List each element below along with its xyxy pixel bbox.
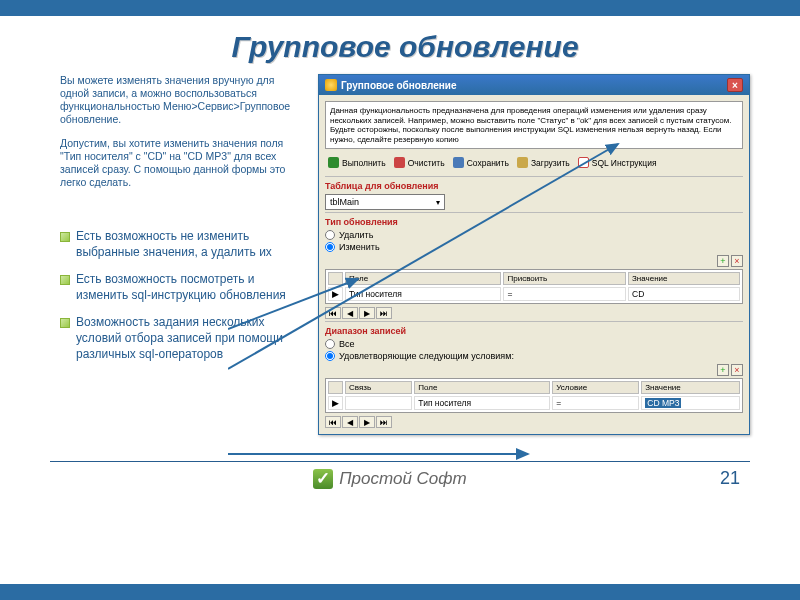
bullet-item: Есть возможность посмотреть и изменить s… bbox=[60, 272, 300, 303]
play-icon bbox=[328, 157, 339, 168]
right-column: Групповое обновление × Данная функционал… bbox=[318, 74, 750, 435]
section-table-label: Таблица для обновления bbox=[325, 181, 743, 191]
load-button[interactable]: Загрузить bbox=[515, 156, 572, 169]
check-icon: ✓ bbox=[313, 469, 333, 489]
radio-change[interactable]: Изменить bbox=[325, 242, 743, 252]
intro-paragraph-1: Вы можете изменять значения вручную для … bbox=[60, 74, 300, 127]
condition-grid[interactable]: СвязьПолеУсловиеЗначение ▶Тип носителя=C… bbox=[325, 378, 743, 413]
brand-logo: ✓ Простой Софт bbox=[313, 469, 466, 489]
app-window: Групповое обновление × Данная функционал… bbox=[318, 74, 750, 435]
sql-icon bbox=[578, 157, 589, 168]
run-button[interactable]: Выполнить bbox=[326, 156, 388, 169]
section-range-label: Диапазон записей bbox=[325, 326, 743, 336]
remove-row-icon[interactable]: × bbox=[731, 364, 743, 376]
table-row: ▶Тип носителя=CD bbox=[328, 287, 740, 301]
add-row-icon[interactable]: + bbox=[717, 364, 729, 376]
window-titlebar: Групповое обновление × bbox=[319, 75, 749, 95]
close-icon[interactable]: × bbox=[727, 78, 743, 92]
table-row: ▶Тип носителя=CD MP3 bbox=[328, 396, 740, 410]
bullet-item: Возможность задания нескольких условий о… bbox=[60, 315, 300, 362]
radio-conditions[interactable]: Удовлетворяющие следующим условиям: bbox=[325, 351, 743, 361]
radio-all[interactable]: Все bbox=[325, 339, 743, 349]
footer: ✓ Простой Софт 21 bbox=[0, 462, 800, 489]
table-combo[interactable]: tblMain bbox=[325, 194, 445, 210]
window-icon bbox=[325, 79, 337, 91]
toolbar: Выполнить Очистить Сохранить Загрузить S… bbox=[325, 153, 743, 174]
page-number: 21 bbox=[720, 468, 740, 489]
top-bar bbox=[0, 0, 800, 16]
bottom-bar bbox=[0, 584, 800, 600]
clear-icon bbox=[394, 157, 405, 168]
window-title: Групповое обновление bbox=[341, 80, 456, 91]
clear-button[interactable]: Очистить bbox=[392, 156, 447, 169]
update-grid[interactable]: ПолеПрисвоитьЗначение ▶Тип носителя=CD bbox=[325, 269, 743, 304]
remove-row-icon[interactable]: × bbox=[731, 255, 743, 267]
slide-title: Групповое обновление bbox=[60, 30, 750, 64]
load-icon bbox=[517, 157, 528, 168]
grid-nav[interactable]: ⏮◀▶⏭ bbox=[325, 413, 743, 428]
add-row-icon[interactable]: + bbox=[717, 255, 729, 267]
brand-text: Простой Софт bbox=[339, 469, 466, 489]
left-column: Вы можете изменять значения вручную для … bbox=[60, 74, 300, 435]
grid-nav[interactable]: ⏮◀▶⏭ bbox=[325, 304, 743, 319]
sql-button[interactable]: SQL Инструкция bbox=[576, 156, 659, 169]
save-icon bbox=[453, 157, 464, 168]
info-box: Данная функциональность предназначена дл… bbox=[325, 101, 743, 149]
section-type-label: Тип обновления bbox=[325, 217, 743, 227]
intro-paragraph-2: Допустим, вы хотите изменить значения по… bbox=[60, 137, 300, 190]
radio-delete[interactable]: Удалить bbox=[325, 230, 743, 240]
bullet-item: Есть возможность не изменить выбранные з… bbox=[60, 229, 300, 260]
save-button[interactable]: Сохранить bbox=[451, 156, 511, 169]
bullet-list: Есть возможность не изменить выбранные з… bbox=[60, 229, 300, 362]
